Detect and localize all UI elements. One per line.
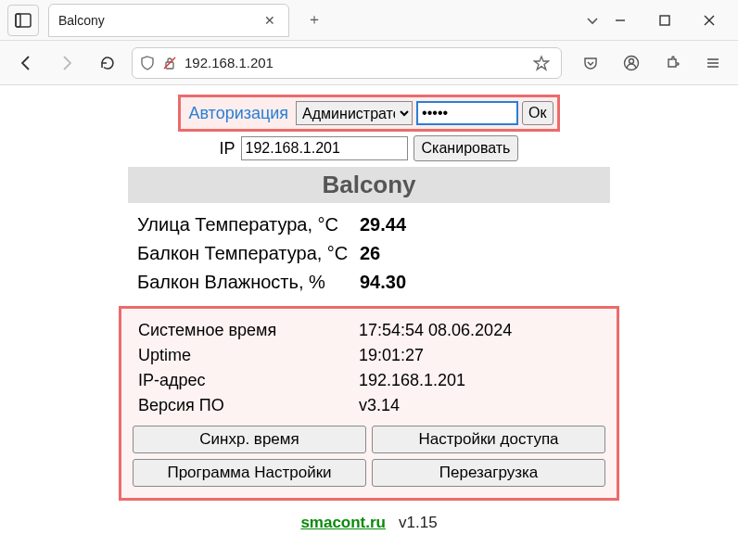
program-settings-button[interactable]: Программа Настройки — [133, 459, 366, 487]
svg-rect-1 — [16, 14, 20, 27]
pocket-icon[interactable] — [575, 47, 606, 79]
forward-button[interactable] — [50, 46, 83, 80]
minimize-icon[interactable] — [606, 6, 634, 34]
system-label: Версия ПО — [133, 396, 359, 415]
tab-close-icon[interactable]: ✕ — [261, 13, 279, 28]
system-row: Системное время 17:54:54 08.06.2024 — [133, 318, 605, 343]
system-value: 19:01:27 — [359, 346, 424, 365]
system-label: IP-адрес — [133, 371, 359, 390]
ok-button[interactable]: Ок — [522, 101, 553, 125]
svg-point-9 — [630, 58, 634, 63]
sensor-row: Балкон Влажность, % 94.30 — [128, 268, 610, 297]
new-tab-button[interactable]: ＋ — [300, 6, 328, 34]
password-input[interactable] — [416, 101, 518, 125]
sidebar-toggle-icon[interactable] — [7, 5, 39, 36]
page-content: Авторизация Администратор Ок IP Сканиров… — [0, 85, 738, 532]
auth-label: Авторизация — [184, 104, 292, 123]
sensor-label: Балкон Влажность, % — [137, 272, 360, 293]
extensions-icon[interactable] — [656, 47, 688, 79]
system-row: Uptime 19:01:27 — [133, 343, 605, 368]
system-label: Uptime — [133, 346, 359, 365]
auth-highlight-box: Авторизация Администратор Ок — [178, 95, 559, 132]
svg-rect-3 — [660, 16, 669, 25]
tabs-dropdown-icon[interactable] — [579, 6, 606, 34]
sensor-label: Балкон Температура, °C — [137, 243, 360, 264]
footer-link[interactable]: smacont.ru — [300, 514, 386, 532]
scan-button[interactable]: Сканировать — [414, 135, 519, 161]
sensor-row: Улица Температура, °C 29.44 — [128, 210, 610, 239]
svg-rect-0 — [16, 14, 31, 27]
shield-icon[interactable] — [140, 56, 155, 70]
back-button[interactable] — [9, 46, 43, 80]
ip-label: IP — [220, 139, 235, 159]
account-icon[interactable] — [616, 47, 647, 79]
address-bar[interactable]: 192.168.1.201 — [132, 47, 562, 79]
reboot-button[interactable]: Перезагрузка — [372, 459, 605, 487]
system-button-grid: Синхр. время Настройки доступа Программа… — [133, 426, 605, 487]
maximize-icon[interactable] — [651, 6, 679, 34]
bookmark-star-icon[interactable] — [529, 55, 554, 71]
sensor-label: Улица Температура, °C — [137, 214, 360, 235]
insecure-lock-icon[interactable] — [162, 56, 177, 70]
browser-tab[interactable]: Balcony ✕ — [48, 4, 289, 37]
ip-input[interactable] — [241, 136, 408, 160]
system-value: 17:54:54 08.06.2024 — [359, 321, 512, 340]
url-text: 192.168.1.201 — [184, 55, 522, 70]
browser-tab-strip: Balcony ✕ ＋ — [0, 0, 738, 41]
footer-version: v1.15 — [399, 514, 438, 532]
tab-title: Balcony — [58, 13, 253, 28]
system-row: IP-адрес 192.168.1.201 — [133, 368, 605, 393]
sensor-value: 29.44 — [360, 214, 406, 235]
reload-button[interactable] — [91, 46, 124, 80]
toolbar-right — [569, 47, 729, 79]
system-row: Версия ПО v3.14 — [133, 393, 605, 418]
hamburger-menu-icon[interactable] — [697, 47, 729, 79]
sensor-table: Улица Температура, °C 29.44 Балкон Темпе… — [128, 210, 610, 297]
sensor-value: 26 — [360, 243, 380, 264]
system-highlight-box: Системное время 17:54:54 08.06.2024 Upti… — [119, 306, 619, 501]
access-settings-button[interactable]: Настройки доступа — [372, 426, 605, 453]
browser-toolbar: 192.168.1.201 — [0, 41, 738, 85]
system-value: 192.168.1.201 — [359, 371, 465, 390]
device-title: Balcony — [128, 167, 610, 203]
sync-time-button[interactable]: Синхр. время — [133, 426, 366, 453]
system-label: Системное время — [133, 321, 359, 340]
sensor-value: 94.30 — [360, 272, 406, 293]
footer: smacont.ru v1.15 — [300, 514, 437, 532]
role-select[interactable]: Администратор — [296, 101, 413, 125]
window-controls — [606, 6, 731, 34]
auth-row: Авторизация Администратор Ок — [184, 101, 553, 125]
close-window-icon[interactable] — [695, 6, 723, 34]
sensor-row: Балкон Температура, °C 26 — [128, 239, 610, 268]
system-value: v3.14 — [359, 396, 400, 415]
ip-row: IP Сканировать — [220, 135, 519, 161]
